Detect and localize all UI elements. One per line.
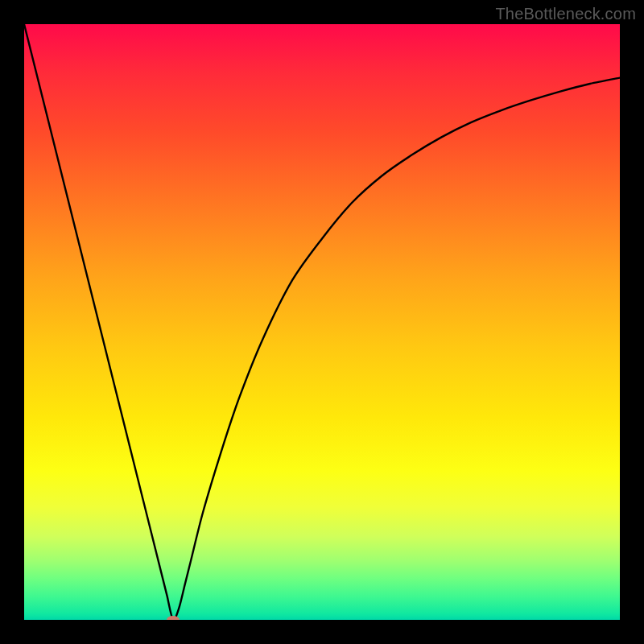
bottleneck-curve	[24, 24, 620, 620]
plot-area	[24, 24, 620, 620]
watermark-text: TheBottleneck.com	[495, 5, 636, 23]
minimum-marker	[167, 616, 180, 620]
chart-frame: TheBottleneck.com	[0, 0, 644, 644]
curve-svg	[24, 24, 620, 620]
